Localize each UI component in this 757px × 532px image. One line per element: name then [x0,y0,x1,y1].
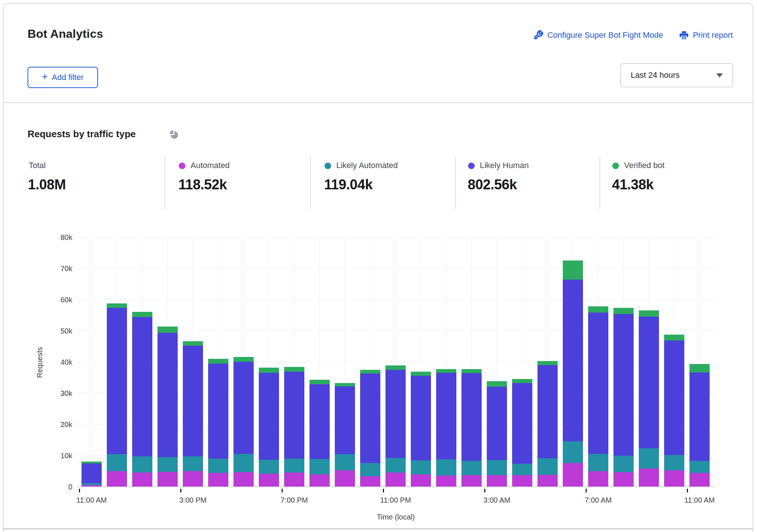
bar-segment-likely-human[interactable] [512,383,532,464]
stat-automated-value[interactable]: 118.52k [178,177,227,193]
bar-segment-automated[interactable] [82,485,102,487]
bar-segment-automated[interactable] [233,472,254,487]
bar-segment-likely-human[interactable] [487,387,507,460]
bar-segment-likely-human[interactable] [613,314,634,456]
bar-segment-likely-human[interactable] [461,373,482,461]
bar-segment-likely-automated[interactable] [537,458,558,475]
bar-segment-automated[interactable] [613,472,634,487]
bar-segment-verified-bot[interactable] [233,357,254,362]
bar-segment-verified-bot[interactable] [385,365,406,370]
bar-segment-likely-automated[interactable] [664,455,684,470]
bar-segment-likely-human[interactable] [208,364,228,458]
bar-segment-automated[interactable] [639,469,659,487]
bar-segment-verified-bot[interactable] [588,306,608,313]
bar-segment-automated[interactable] [537,475,558,487]
bar-segment-likely-human[interactable] [537,365,558,458]
bar-segment-verified-bot[interactable] [259,368,279,373]
bar-segment-likely-automated[interactable] [563,441,583,463]
bar-segment-likely-automated[interactable] [208,459,228,473]
bar-segment-likely-automated[interactable] [183,456,203,471]
time-range-dropdown[interactable]: Last 24 hours [620,63,733,87]
bar-segment-likely-automated[interactable] [309,459,330,474]
stat-verified-bot-value[interactable]: 41.38k [612,177,653,193]
bar-segment-likely-human[interactable] [309,384,330,459]
bar-segment-likely-human[interactable] [132,317,152,456]
bar-segment-likely-automated[interactable] [689,461,710,473]
bar-segment-likely-human[interactable] [563,280,583,441]
bar-segment-verified-bot[interactable] [208,359,228,364]
bar-segment-verified-bot[interactable] [132,312,152,317]
bar-segment-likely-automated[interactable] [107,454,127,471]
bar-segment-verified-bot[interactable] [157,327,178,333]
bar-segment-likely-human[interactable] [436,373,456,459]
stat-likely-automated-value[interactable]: 119.04k [324,177,373,193]
bar-segment-automated[interactable] [309,474,330,487]
bar-segment-verified-bot[interactable] [664,335,684,340]
configure-super-bot-fight-mode-link[interactable]: Configure Super Bot Fight Mode [533,30,663,40]
stat-likely-human-value[interactable]: 802.56k [468,177,517,193]
bar-segment-verified-bot[interactable] [360,370,380,374]
bar-segment-likely-human[interactable] [183,346,203,457]
bar-segment-likely-automated[interactable] [411,460,431,474]
bar-segment-likely-human[interactable] [233,362,254,454]
bar-segment-automated[interactable] [664,470,684,487]
bar-segment-likely-automated[interactable] [157,457,178,472]
bar-segment-automated[interactable] [259,474,279,487]
bar-segment-likely-automated[interactable] [436,459,456,475]
bar-segment-automated[interactable] [588,471,608,487]
bar-segment-verified-bot[interactable] [309,380,330,384]
bar-segment-verified-bot[interactable] [284,367,304,372]
bar-segment-likely-human[interactable] [82,463,102,483]
bar-segment-likely-automated[interactable] [335,454,355,470]
bar-segment-verified-bot[interactable] [689,364,710,372]
bar-segment-verified-bot[interactable] [411,372,431,376]
bar-segment-likely-human[interactable] [664,340,684,455]
bar-segment-likely-automated[interactable] [461,461,482,475]
bar-segment-likely-automated[interactable] [82,483,102,485]
bar-segment-likely-human[interactable] [284,372,304,459]
bar-segment-verified-bot[interactable] [613,308,634,314]
bar-segment-likely-human[interactable] [588,313,608,454]
bar-segment-verified-bot[interactable] [461,369,482,374]
bar-segment-automated[interactable] [689,473,710,487]
bar-segment-likely-human[interactable] [639,317,659,449]
bar-segment-likely-automated[interactable] [512,464,532,475]
bar-segment-likely-human[interactable] [689,372,710,461]
bar-segment-likely-automated[interactable] [233,454,254,472]
bar-segment-likely-human[interactable] [259,373,279,460]
add-filter-button[interactable]: + Add filter [28,67,98,88]
print-report-link[interactable]: Print report [679,30,733,40]
bar-segment-likely-automated[interactable] [360,463,380,476]
bar-segment-likely-automated[interactable] [639,448,659,468]
bar-segment-likely-human[interactable] [335,386,355,454]
bar-segment-likely-automated[interactable] [259,460,279,474]
bar-segment-verified-bot[interactable] [82,462,102,463]
bar-segment-verified-bot[interactable] [335,383,355,386]
bar-segment-automated[interactable] [461,475,482,487]
bar-segment-automated[interactable] [284,473,304,487]
bar-segment-automated[interactable] [132,473,152,487]
bar-segment-automated[interactable] [411,474,431,487]
bar-segment-likely-automated[interactable] [613,456,634,472]
bar-segment-verified-bot[interactable] [436,369,456,373]
bar-segment-likely-human[interactable] [107,308,127,454]
bar-segment-likely-human[interactable] [411,376,431,460]
bar-segment-automated[interactable] [512,475,532,487]
bar-segment-verified-bot[interactable] [487,381,507,387]
bar-segment-verified-bot[interactable] [183,341,203,346]
bar-segment-likely-automated[interactable] [385,458,406,473]
bar-segment-likely-automated[interactable] [588,454,608,471]
bar-segment-automated[interactable] [183,471,203,487]
bar-segment-automated[interactable] [563,463,583,487]
bar-segment-automated[interactable] [436,475,456,487]
bar-segment-automated[interactable] [157,472,178,487]
bar-segment-automated[interactable] [107,471,127,487]
bar-segment-automated[interactable] [208,473,228,487]
bar-segment-automated[interactable] [487,475,507,487]
bar-segment-verified-bot[interactable] [512,379,532,383]
bar-segment-likely-human[interactable] [157,333,178,457]
bar-segment-likely-automated[interactable] [487,460,507,475]
bar-segment-likely-human[interactable] [360,374,380,463]
stat-total-value[interactable]: 1.08M [28,177,66,193]
bar-segment-automated[interactable] [385,473,406,487]
